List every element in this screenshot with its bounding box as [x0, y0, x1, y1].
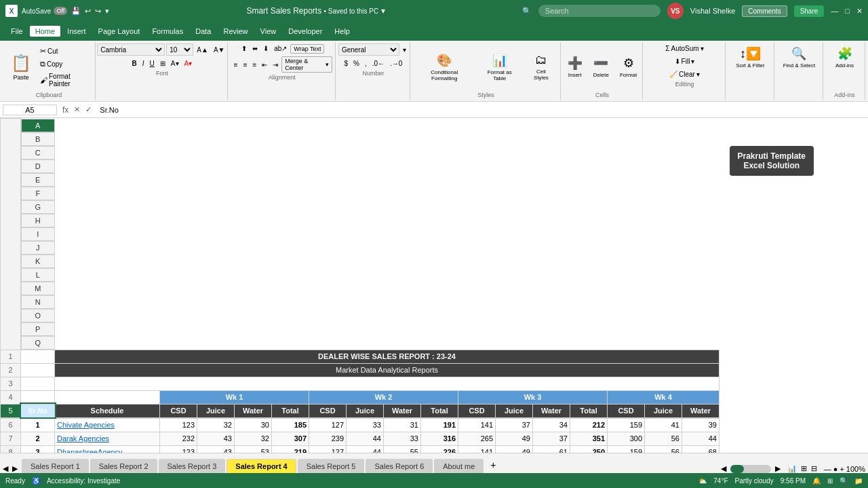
cell-a3[interactable] [21, 377, 55, 390]
wk3-header[interactable]: Wk 3 [458, 390, 608, 404]
menu-insert[interactable]: Insert [62, 26, 92, 37]
title-cell[interactable]: DEALER WISE SALES REPORT : 23-24 [55, 350, 719, 363]
col-header-j[interactable]: J [21, 241, 55, 255]
save-icon[interactable]: 💾 [71, 7, 81, 16]
menu-home[interactable]: Home [30, 26, 60, 37]
wk2-header[interactable]: Wk 2 [309, 390, 458, 404]
align-right-button[interactable]: ≡ [250, 60, 258, 70]
sheet-nav-right[interactable]: ▶ [775, 464, 781, 473]
formula-cancel[interactable]: ✕ [74, 105, 80, 114]
sheet-tab-about[interactable]: About me [434, 459, 484, 473]
menu-file[interactable]: File [5, 26, 28, 37]
name-box[interactable] [3, 105, 57, 115]
col-water-4[interactable]: Water [682, 404, 719, 417]
col-header-b[interactable]: B [21, 132, 55, 146]
bold-button[interactable]: B [130, 58, 139, 69]
font-color-button[interactable]: A▾ [182, 58, 195, 69]
title-search-input[interactable] [538, 5, 660, 17]
comma-button[interactable]: , [363, 58, 369, 69]
number-format-select[interactable]: General [338, 43, 399, 56]
delete-cells-button[interactable]: ➖ Delete [589, 53, 613, 81]
format-cells-button[interactable]: ⚙ Format [616, 53, 641, 81]
col-header-i[interactable]: I [21, 227, 55, 241]
cut-button[interactable]: ✂Cut [38, 45, 92, 57]
redo-icon[interactable]: ↪ [95, 7, 101, 16]
wrap-text-button[interactable]: Wrap Text [290, 44, 324, 54]
sheet-tab-4[interactable]: Sales Report 4 [226, 459, 296, 473]
col-header-f[interactable]: F [21, 187, 55, 200]
col-water-2[interactable]: Water [384, 404, 421, 417]
col-water-3[interactable]: Water [533, 404, 570, 417]
menu-page-layout[interactable]: Page Layout [93, 26, 146, 37]
underline-button[interactable]: U [148, 58, 157, 69]
add-sheet-button[interactable]: + [485, 457, 501, 473]
col-header-g[interactable]: G [21, 200, 55, 214]
taskbar-icon1[interactable]: 📁 [854, 477, 863, 485]
undo-icon[interactable]: ↩ [85, 7, 91, 16]
scroll-left-tab[interactable]: ◀ [3, 464, 8, 473]
cell-a4[interactable] [21, 390, 55, 404]
sheet-nav-left[interactable]: ◀ [721, 464, 726, 473]
col-header-c[interactable]: C [21, 146, 55, 159]
formula-confirm[interactable]: ✓ [85, 105, 92, 114]
share-button[interactable]: Share [794, 5, 825, 17]
menu-data[interactable]: Data [190, 26, 216, 37]
restore-button[interactable]: □ [845, 7, 850, 15]
borders-button[interactable]: ⊞ [158, 58, 167, 69]
close-button[interactable]: ✕ [856, 7, 863, 16]
search-taskbar[interactable]: 🔍 [840, 477, 848, 485]
col-total-1[interactable]: Total [272, 404, 309, 417]
col-water-1[interactable]: Water [235, 404, 272, 417]
addins-button[interactable]: 🧩 Add-ins [831, 43, 858, 90]
align-middle-button[interactable]: ⬌ [250, 43, 260, 54]
sheet-tab-1[interactable]: Sales Report 1 [22, 459, 89, 473]
font-size-select[interactable]: 10 [166, 43, 193, 56]
paste-button[interactable]: 📋 Paste [5, 51, 37, 83]
align-top-button[interactable]: ⬆ [239, 43, 249, 54]
format-as-table-button[interactable]: 📊 Format as Table [477, 50, 522, 84]
col-header-l[interactable]: L [21, 268, 55, 282]
wk4-header[interactable]: Wk 4 [608, 390, 719, 404]
format-painter-button[interactable]: 🖌Format Painter [38, 71, 92, 89]
col-juice-1[interactable]: Juice [197, 404, 235, 417]
fill-color-button[interactable]: A▾ [169, 58, 181, 69]
sheet-tab-2[interactable]: Sales Report 2 [90, 459, 157, 473]
cell-a2[interactable] [21, 363, 55, 377]
align-center-button[interactable]: ≡ [241, 60, 250, 70]
sheet-tab-6[interactable]: Sales Report 6 [366, 459, 433, 473]
number-format-dropdown[interactable]: ▾ [401, 45, 408, 55]
col-csd-4[interactable]: CSD [608, 404, 645, 417]
col-header-e[interactable]: E [21, 173, 55, 187]
comments-button[interactable]: Comments [742, 5, 787, 17]
scroll-right-tab[interactable]: ▶ [12, 464, 18, 473]
orientation-button[interactable]: ab↗ [272, 43, 289, 54]
menu-formulas[interactable]: Formulas [146, 26, 189, 37]
percent-button[interactable]: % [351, 58, 361, 69]
col-juice-4[interactable]: Juice [645, 404, 682, 417]
insert-cells-button[interactable]: ➕ Insert [564, 53, 587, 81]
autosum-button[interactable]: Σ AutoSum ▾ [663, 43, 705, 54]
decrease-indent-button[interactable]: ⇤ [260, 60, 269, 70]
col-header-o[interactable]: O [21, 309, 55, 322]
italic-button[interactable]: I [140, 58, 146, 69]
zoom-slider[interactable]: — ● + 100% [824, 465, 865, 473]
align-left-button[interactable]: ≡ [232, 60, 240, 70]
col-total-2[interactable]: Total [421, 404, 458, 417]
merge-center-button[interactable]: Merge & Center ▾ [281, 56, 332, 73]
accessibility-status[interactable]: Accessibility: Investigate [47, 477, 120, 485]
menu-developer[interactable]: Developer [283, 26, 328, 37]
col-juice-2[interactable]: Juice [347, 404, 384, 417]
taskbar-start[interactable]: ⊞ [827, 477, 833, 485]
subtitle-cell[interactable]: Market Data Analytical Reports [55, 363, 719, 377]
cell-styles-button[interactable]: 🗂 Cell Styles [525, 50, 557, 83]
align-bottom-button[interactable]: ⬇ [261, 43, 271, 54]
menu-review[interactable]: Review [218, 26, 253, 37]
schedule-header[interactable]: Schedule [55, 404, 160, 417]
col-total-3[interactable]: Total [570, 404, 608, 417]
copy-button[interactable]: ⧉Copy [38, 58, 92, 70]
find-select-button[interactable]: 🔍 Find & Select [779, 43, 820, 90]
page-layout-view[interactable]: ⊟ [811, 464, 817, 473]
notification-icon[interactable]: 🔔 [812, 477, 821, 485]
fill-button[interactable]: ⬇ Fill ▾ [673, 56, 697, 67]
sort-filter-button[interactable]: ↕🔽 Sort & Filter [732, 43, 768, 90]
